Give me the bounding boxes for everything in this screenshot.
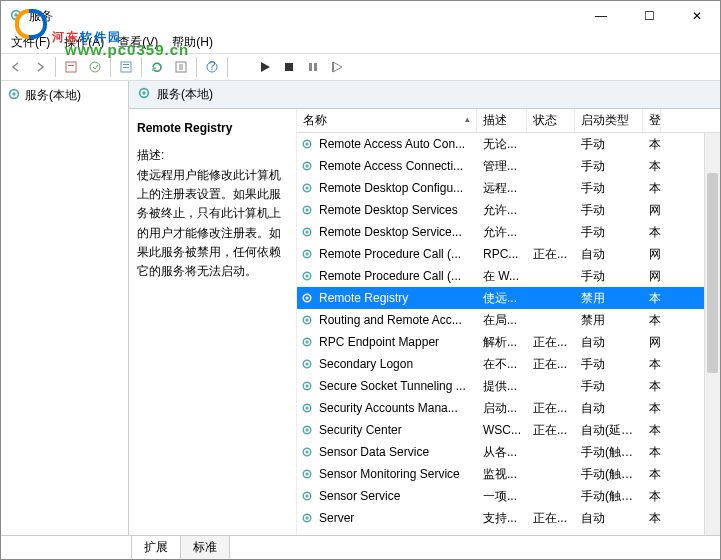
right-header-title: 服务(本地)	[157, 86, 213, 103]
cell-logon: 本	[643, 444, 661, 461]
svg-point-38	[306, 341, 309, 344]
table-row[interactable]: Security CenterWSC...正在...自动(延迟...本	[297, 419, 720, 441]
cell-logon: 本	[643, 378, 661, 395]
cell-name: RPC Endpoint Mapper	[313, 335, 477, 349]
cell-name: Remote Access Connecti...	[313, 159, 477, 173]
cell-desc: WSC...	[477, 423, 527, 437]
cell-logon: 本	[643, 488, 661, 505]
svg-point-36	[306, 319, 309, 322]
tab-standard[interactable]: 标准	[180, 535, 230, 559]
table-row[interactable]: Sensor Monitoring Service监视...手动(触发...本	[297, 463, 720, 485]
col-header-logon[interactable]: 登	[643, 109, 661, 132]
table-row[interactable]: Secondary Logon在不...正在...手动本	[297, 353, 720, 375]
left-tree-pane: 服务(本地)	[1, 81, 129, 535]
gear-icon	[297, 335, 313, 349]
stop-service-button[interactable]	[278, 56, 300, 78]
back-button[interactable]	[5, 56, 27, 78]
table-row[interactable]: Remote Desktop Services允许...手动网	[297, 199, 720, 221]
minimize-button[interactable]: —	[586, 9, 616, 23]
col-header-startup[interactable]: 启动类型	[575, 109, 643, 132]
cell-name: Sensor Service	[313, 489, 477, 503]
cell-desc: 在局...	[477, 312, 527, 329]
menu-file[interactable]: 文件(F)	[5, 32, 56, 53]
svg-point-42	[306, 385, 309, 388]
help-button[interactable]: ?	[201, 56, 223, 78]
cell-startup: 手动	[575, 180, 643, 197]
table-row[interactable]: Remote Procedure Call (...在 W...手动网	[297, 265, 720, 287]
vertical-scrollbar[interactable]	[704, 133, 720, 535]
cell-startup: 禁用	[575, 312, 643, 329]
cell-startup: 手动(触发...	[575, 466, 643, 483]
cell-desc: 允许...	[477, 202, 527, 219]
right-header: 服务(本地)	[129, 81, 720, 109]
table-row[interactable]: Remote Desktop Configu...远程...手动本	[297, 177, 720, 199]
table-row[interactable]: Remote Access Connecti...管理...手动本	[297, 155, 720, 177]
menu-help[interactable]: 帮助(H)	[166, 32, 219, 53]
export-button[interactable]	[170, 56, 192, 78]
svg-point-32	[306, 275, 309, 278]
svg-point-24	[306, 187, 309, 190]
table-row[interactable]: Security Accounts Mana...启动...正在...自动本	[297, 397, 720, 419]
table-row[interactable]: Remote Desktop Service...允许...手动本	[297, 221, 720, 243]
app-icon	[9, 8, 23, 25]
cell-logon: 本	[643, 400, 661, 417]
maximize-button[interactable]: ☐	[634, 9, 664, 23]
cell-desc: 使远...	[477, 290, 527, 307]
cell-logon: 本	[643, 290, 661, 307]
cell-logon: 本	[643, 356, 661, 373]
gear-icon	[297, 313, 313, 327]
cell-status: 正在...	[527, 400, 575, 417]
svg-rect-7	[123, 67, 129, 68]
scrollbar-thumb[interactable]	[707, 173, 718, 373]
svg-rect-13	[314, 63, 317, 71]
gear-icon	[7, 87, 21, 104]
toolbar-icon-2[interactable]	[84, 56, 106, 78]
table-row[interactable]: Remote Access Auto Con...无论...手动本	[297, 133, 720, 155]
menu-view[interactable]: 查看(V)	[112, 32, 164, 53]
table-row[interactable]: Remote Registry使远...禁用本	[297, 287, 720, 309]
cell-desc: 无论...	[477, 136, 527, 153]
detail-pane: Remote Registry 描述: 使远程用户能修改此计算机上的注册表设置。…	[129, 109, 297, 535]
table-row[interactable]: Sensor Service一项...手动(触发...本	[297, 485, 720, 507]
table-row[interactable]: RPC Endpoint Mapper解析...正在...自动网	[297, 331, 720, 353]
refresh-button[interactable]	[146, 56, 168, 78]
svg-rect-11	[285, 63, 293, 71]
cell-logon: 本	[643, 466, 661, 483]
cell-desc: 解析...	[477, 334, 527, 351]
cell-startup: 自动(延迟...	[575, 422, 643, 439]
cell-name: Sensor Monitoring Service	[313, 467, 477, 481]
svg-point-16	[12, 92, 16, 96]
cell-logon: 网	[643, 246, 661, 263]
forward-button[interactable]	[29, 56, 51, 78]
restart-service-button[interactable]	[326, 56, 348, 78]
tree-item-services-local[interactable]: 服务(本地)	[5, 85, 124, 106]
properties-button[interactable]	[115, 56, 137, 78]
cell-startup: 手动	[575, 356, 643, 373]
tab-extended[interactable]: 扩展	[131, 535, 181, 560]
menu-action[interactable]: 操作(A)	[58, 32, 110, 53]
start-service-button[interactable]	[254, 56, 276, 78]
table-row[interactable]: Server支持...正在...自动本	[297, 507, 720, 529]
gear-icon	[297, 137, 313, 151]
table-row[interactable]: Sensor Data Service从各...手动(触发...本	[297, 441, 720, 463]
col-header-name[interactable]: 名称▴	[297, 109, 477, 132]
svg-point-4	[90, 62, 100, 72]
table-row[interactable]: Secure Socket Tunneling ...提供...手动本	[297, 375, 720, 397]
toolbar-icon-1[interactable]	[60, 56, 82, 78]
pause-service-button[interactable]	[302, 56, 324, 78]
svg-text:?: ?	[209, 60, 216, 73]
svg-point-40	[306, 363, 309, 366]
cell-name: Security Center	[313, 423, 477, 437]
cell-name: Sensor Data Service	[313, 445, 477, 459]
cell-startup: 自动	[575, 400, 643, 417]
table-row[interactable]: Remote Procedure Call (...RPC...正在...自动网	[297, 243, 720, 265]
cell-logon: 网	[643, 268, 661, 285]
table-row[interactable]: Routing and Remote Acc...在局...禁用本	[297, 309, 720, 331]
close-button[interactable]: ✕	[682, 9, 712, 23]
col-header-status[interactable]: 状态	[527, 109, 575, 132]
col-header-desc[interactable]: 描述	[477, 109, 527, 132]
cell-status: 正在...	[527, 510, 575, 527]
gear-icon	[297, 159, 313, 173]
cell-status: 正在...	[527, 422, 575, 439]
cell-name: Remote Desktop Services	[313, 203, 477, 217]
